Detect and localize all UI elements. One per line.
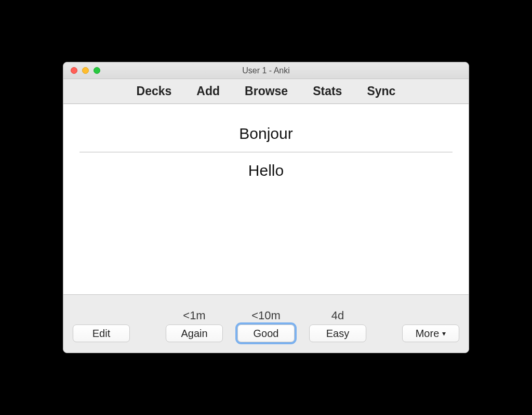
- interval-easy: 4d: [331, 309, 344, 321]
- more-button-label: More: [416, 328, 440, 340]
- interval-again: <1m: [183, 309, 205, 321]
- good-button[interactable]: Good: [237, 325, 295, 342]
- card-area: Bonjour Hello: [63, 104, 469, 294]
- nav-sync[interactable]: Sync: [367, 84, 395, 98]
- easy-button[interactable]: Easy: [309, 325, 366, 342]
- again-button[interactable]: Again: [166, 325, 223, 342]
- nav-stats[interactable]: Stats: [313, 84, 342, 98]
- close-window-button[interactable]: [71, 67, 77, 74]
- answer-good-group: <10m Good: [237, 309, 295, 342]
- chevron-down-icon: ▾: [442, 329, 446, 338]
- edit-button[interactable]: Edit: [73, 325, 130, 342]
- app-window: User 1 - Anki Decks Add Browse Stats Syn…: [63, 62, 469, 353]
- top-nav: Decks Add Browse Stats Sync: [63, 79, 469, 104]
- bottom-left: Edit: [73, 325, 130, 342]
- more-button[interactable]: More ▾: [402, 325, 459, 342]
- bottom-right: More ▾: [402, 325, 459, 342]
- nav-decks[interactable]: Decks: [137, 84, 172, 98]
- nav-add[interactable]: Add: [196, 84, 220, 98]
- answer-again-group: <1m Again: [166, 309, 223, 342]
- interval-good: <10m: [251, 309, 281, 321]
- window-title: User 1 - Anki: [63, 66, 469, 75]
- titlebar: User 1 - Anki: [63, 62, 469, 79]
- card-front: Bonjour: [239, 119, 292, 149]
- traffic-lights: [63, 67, 100, 74]
- card-divider: [79, 152, 453, 152]
- nav-browse[interactable]: Browse: [245, 84, 288, 98]
- answer-buttons: <1m Again <10m Good 4d Easy: [141, 309, 391, 342]
- minimize-window-button[interactable]: [82, 67, 89, 74]
- card-back: Hello: [248, 155, 284, 186]
- answer-easy-group: 4d Easy: [309, 309, 366, 342]
- zoom-window-button[interactable]: [94, 67, 100, 74]
- bottom-bar: Edit <1m Again <10m Good 4d Easy More ▾: [63, 294, 469, 353]
